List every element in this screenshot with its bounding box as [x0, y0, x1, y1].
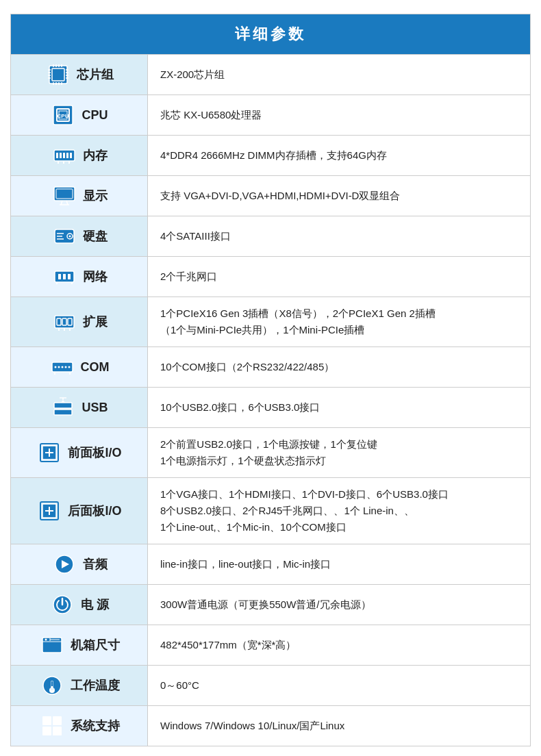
spec-table: 详细参数 芯片组ZX-200芯片组 CPU CPU兆芯 KX-U6580 — [10, 14, 531, 746]
table-row: 电 源300W普通电源（可更换550W普通/冗余电源） — [11, 584, 530, 625]
value-text-chipset: ZX-200芯片组 — [160, 66, 225, 83]
svg-rect-44 — [63, 274, 66, 279]
label-text-os: 系统支持 — [71, 718, 120, 734]
value-text-audio: line-in接口，line-out接口，Mic-in接口 — [160, 556, 331, 572]
label-front-io: 前面板I/O — [11, 428, 148, 477]
table-row: 芯片组ZX-200芯片组 — [11, 54, 530, 94]
chassis-icon — [39, 632, 65, 658]
value-text-usb: 10个USB2.0接口，6个USB3.0接口 — [160, 399, 320, 416]
svg-point-60 — [68, 366, 70, 368]
svg-point-56 — [54, 366, 56, 368]
value-network: 2个千兆网口 — [148, 257, 530, 297]
svg-rect-23 — [56, 153, 58, 158]
panel-icon — [36, 498, 62, 524]
svg-point-80 — [45, 639, 47, 641]
svg-rect-27 — [70, 153, 72, 158]
label-text-power: 电 源 — [81, 596, 109, 613]
svg-rect-26 — [66, 153, 68, 158]
label-hdd: 硬盘 — [11, 216, 148, 256]
value-text-rear-io: 1个VGA接口、1个HDMI接口、1个DVI-D接口、6个USB3.0接口 8个… — [160, 486, 449, 536]
value-text-hdd: 4个SATAIII接口 — [160, 228, 231, 244]
label-text-temp: 工作温度 — [71, 677, 120, 694]
table-row: 硬盘4个SATAIII接口 — [11, 216, 530, 256]
temp-icon — [39, 672, 65, 698]
label-com: COM — [11, 347, 148, 387]
label-memory: 内存 — [11, 136, 148, 175]
audio-icon — [51, 551, 77, 577]
label-text-front-io: 前面板I/O — [68, 444, 121, 461]
value-usb: 10个USB2.0接口，6个USB3.0接口 — [148, 388, 530, 427]
value-text-front-io: 2个前置USB2.0接口，1个电源按键，1个复位键 1个电源指示灯，1个硬盘状态… — [160, 436, 377, 469]
value-text-expand: 1个PCIeX16 Gen 3插槽（X8信号），2个PCIeX1 Gen 2插槽… — [160, 305, 436, 338]
value-text-temp: 0～60°C — [160, 677, 199, 694]
label-rear-io: 后面板I/O — [11, 478, 148, 544]
value-temp: 0～60°C — [148, 666, 530, 705]
svg-text:CPU: CPU — [58, 113, 69, 119]
power-icon — [49, 592, 75, 618]
label-text-usb: USB — [81, 401, 108, 415]
svg-rect-91 — [53, 727, 62, 735]
value-text-power: 300W普通电源（可更换550W普通/冗余电源） — [160, 596, 371, 613]
label-text-rear-io: 后面板I/O — [68, 503, 121, 519]
value-text-display: 支持 VGA+DVI-D,VGA+HDMI,HDMI+DVI-D双显组合 — [160, 188, 400, 204]
table-row: 后面板I/O1个VGA接口、1个HDMI接口、1个DVI-D接口、6个USB3.… — [11, 477, 530, 544]
label-text-audio: 音频 — [83, 556, 108, 572]
svg-point-59 — [64, 366, 66, 368]
hdd-icon — [51, 223, 77, 249]
svg-rect-64 — [54, 410, 72, 415]
svg-line-33 — [61, 201, 62, 205]
label-text-expand: 扩展 — [83, 314, 108, 330]
value-text-os: Windows 7/Windows 10/Linux/国产Linux — [160, 718, 344, 734]
svg-point-58 — [61, 366, 63, 368]
label-audio: 音频 — [11, 544, 148, 584]
chipset-icon — [45, 62, 71, 88]
label-chassis: 机箱尺寸 — [11, 625, 148, 665]
table-row: 扩展1个PCIeX16 Gen 3插槽（X8信号），2个PCIeX1 Gen 2… — [11, 297, 530, 346]
network-icon — [51, 264, 77, 290]
value-text-memory: 4*DDR4 2666MHz DIMM内存插槽，支持64G内存 — [160, 147, 387, 164]
table-row: 系统支持Windows 7/Windows 10/Linux/国产Linux — [11, 705, 530, 746]
svg-point-57 — [58, 366, 60, 368]
os-icon — [39, 713, 65, 739]
value-hdd: 4个SATAIII接口 — [148, 216, 530, 256]
value-chassis: 482*450*177mm（宽*深*高） — [148, 625, 530, 665]
label-text-memory: 内存 — [83, 147, 108, 164]
table-row: COM10个COM接口（2个RS232/422/485） — [11, 346, 530, 387]
label-text-com: COM — [81, 360, 110, 375]
memory-icon — [51, 142, 77, 168]
svg-rect-48 — [55, 316, 74, 328]
label-network: 网络 — [11, 257, 148, 297]
value-rear-io: 1个VGA接口、1个HDMI接口、1个DVI-D接口、6个USB3.0接口 8个… — [148, 478, 530, 544]
svg-rect-88 — [42, 716, 51, 725]
value-front-io: 2个前置USB2.0接口，1个电源按键，1个复位键 1个电源指示灯，1个硬盘状态… — [148, 428, 530, 477]
label-temp: 工作温度 — [11, 666, 148, 705]
panel-icon — [36, 440, 62, 466]
value-os: Windows 7/Windows 10/Linux/国产Linux — [148, 706, 530, 746]
svg-rect-89 — [53, 716, 62, 725]
value-text-com: 10个COM接口（2个RS232/422/485） — [160, 359, 334, 375]
table-row: 前面板I/O2个前置USB2.0接口，1个电源按键，1个复位键 1个电源指示灯，… — [11, 427, 530, 477]
table-title: 详细参数 — [11, 14, 530, 54]
label-usb: USB — [11, 388, 148, 427]
com-icon — [49, 354, 75, 380]
expand-icon — [51, 309, 77, 335]
svg-point-38 — [68, 236, 71, 238]
value-text-network: 2个千兆网口 — [160, 268, 217, 285]
label-cpu: CPU CPU — [11, 95, 148, 135]
table-row: USB10个USB2.0接口，6个USB3.0接口 — [11, 387, 530, 427]
table-row: 显示支持 VGA+DVI-D,VGA+HDMI,HDMI+DVI-D双显组合 — [11, 175, 530, 216]
label-os: 系统支持 — [11, 706, 148, 746]
svg-rect-24 — [60, 153, 62, 158]
table-row: 工作温度0～60°C — [11, 665, 530, 705]
svg-rect-45 — [68, 274, 71, 279]
label-text-chassis: 机箱尺寸 — [71, 637, 120, 653]
label-display: 显示 — [11, 176, 148, 216]
value-text-chassis: 482*450*177mm（宽*深*高） — [160, 637, 296, 653]
svg-line-34 — [66, 201, 68, 205]
svg-rect-87 — [51, 686, 53, 690]
usb-icon — [50, 394, 76, 420]
value-cpu: 兆芯 KX-U6580处理器 — [148, 95, 530, 135]
label-text-display: 显示 — [83, 188, 108, 204]
label-text-hdd: 硬盘 — [83, 228, 108, 244]
label-chipset: 芯片组 — [11, 55, 148, 94]
